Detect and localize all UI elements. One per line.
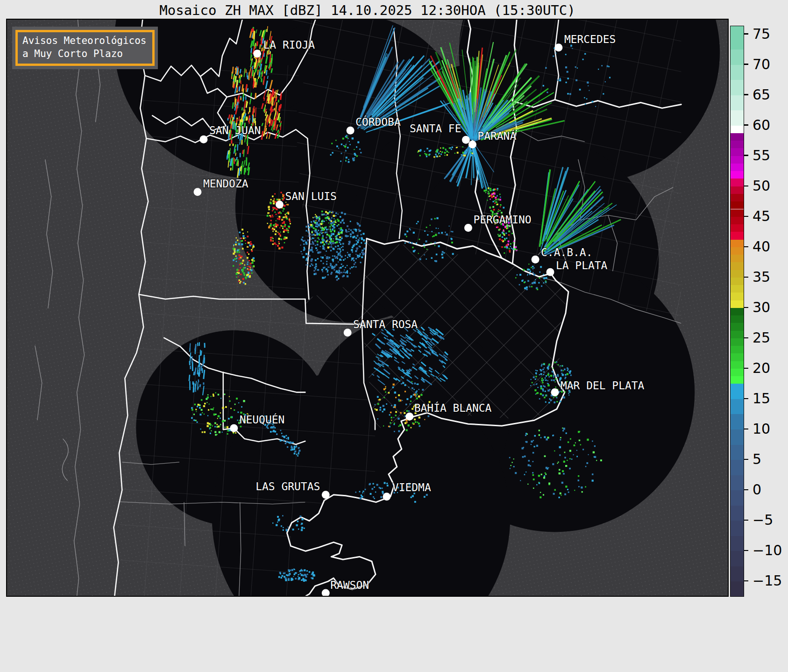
city-label: BAHÍA BLANCA bbox=[414, 401, 492, 414]
colorbar-segment bbox=[731, 300, 744, 308]
colorbar-segment bbox=[731, 445, 744, 460]
map-title: Mosaico ZH MAX [dBZ] 14.10.2025 12:30HOA… bbox=[6, 2, 729, 18]
city-dot bbox=[383, 493, 390, 500]
colorbar-segment bbox=[731, 361, 744, 369]
colorbar-tick-label: 10 bbox=[753, 421, 770, 437]
city-dot bbox=[551, 388, 559, 396]
colorbar-segment bbox=[731, 506, 744, 521]
city-dot bbox=[547, 268, 554, 276]
city-dot bbox=[322, 491, 330, 499]
colorbar-segment bbox=[731, 323, 744, 330]
city-label: CÓRDOBA bbox=[355, 115, 401, 128]
colorbar-segment bbox=[731, 399, 744, 415]
radar-map: LA RIOJAMERCEDESSAN JUANCÓRDOBASANTA FEP… bbox=[7, 20, 728, 596]
colorbar-segment bbox=[731, 293, 744, 300]
colorbar-tick-label: −15 bbox=[753, 572, 782, 589]
warning-badge-line2: a Muy Corto Plazo bbox=[22, 47, 147, 60]
city-label: MENDOZA bbox=[203, 178, 248, 190]
colorbar-segment bbox=[731, 315, 744, 323]
colorbar-segment bbox=[731, 521, 744, 536]
colorbar-tick-label: 50 bbox=[753, 178, 770, 194]
colorbar-segment bbox=[731, 376, 744, 384]
colorbar-segment bbox=[731, 26, 744, 50]
colorbar-tick-mark bbox=[744, 124, 748, 125]
city-label: SANTA FE bbox=[410, 122, 461, 135]
city-label: LA RIOJA bbox=[263, 39, 315, 51]
colorbar-segment bbox=[731, 581, 744, 597]
city-dot bbox=[230, 424, 238, 432]
colorbar-tick-label: 40 bbox=[753, 238, 770, 255]
colorbar-segment bbox=[731, 247, 744, 255]
city-label: C.A.B.A. bbox=[541, 246, 592, 258]
footer: Servicio Meteorológico Nacional Argentin… bbox=[0, 597, 788, 672]
city-dot bbox=[347, 127, 355, 135]
colorbar-segment bbox=[731, 255, 744, 262]
colorbar-tick-mark bbox=[744, 429, 748, 429]
warning-badge[interactable]: Avisos Meteorológicos a Muy Corto Plazo bbox=[12, 27, 158, 69]
colorbar-tick-mark bbox=[744, 33, 748, 34]
city-dot bbox=[276, 200, 284, 208]
colorbar-tick-label: 5 bbox=[753, 451, 761, 467]
colorbar-tick-label: 20 bbox=[753, 360, 770, 376]
colorbar-segment bbox=[731, 156, 744, 164]
colorbar-segment bbox=[731, 536, 744, 551]
colorbar-tick-label: 75 bbox=[753, 25, 770, 42]
colorbar-segment bbox=[731, 80, 744, 95]
colorbar-segment bbox=[731, 232, 744, 239]
colorbar-segment bbox=[731, 209, 744, 217]
colorbar-segment bbox=[731, 475, 744, 491]
colorbar-tick-mark bbox=[744, 550, 748, 551]
colorbar-tick-label: 55 bbox=[753, 147, 770, 163]
colorbar-tick-mark bbox=[744, 155, 748, 156]
colorbar-segment bbox=[731, 278, 744, 285]
colorbar-segment bbox=[731, 308, 744, 315]
city-label: PERGAMINO bbox=[473, 214, 531, 226]
city-dot bbox=[199, 136, 207, 143]
colorbar-segment bbox=[731, 429, 744, 445]
city-label: MERCEDES bbox=[564, 33, 616, 45]
colorbar-segment bbox=[731, 110, 744, 126]
colorbar-tick-mark bbox=[744, 398, 748, 399]
city-label: SAN LUIS bbox=[285, 190, 336, 202]
colorbar-segment bbox=[731, 338, 744, 346]
colorbar-segment bbox=[731, 566, 744, 582]
colorbar bbox=[730, 26, 744, 597]
city-dot bbox=[532, 256, 540, 264]
colorbar-segment bbox=[731, 224, 744, 232]
colorbar-segment bbox=[731, 240, 744, 247]
colorbar-tick-mark bbox=[744, 489, 748, 490]
colorbar-segment bbox=[731, 171, 744, 179]
colorbar-segment bbox=[731, 148, 744, 156]
city-label: LA PLATA bbox=[556, 259, 608, 272]
colorbar-segment bbox=[731, 179, 744, 186]
colorbar-tick-label: 35 bbox=[753, 269, 770, 285]
colorbar-segment bbox=[731, 346, 744, 353]
colorbar-segment bbox=[731, 331, 744, 338]
colorbar-segment bbox=[731, 95, 744, 111]
colorbar-tick-label: 45 bbox=[753, 208, 770, 224]
colorbar-segment bbox=[731, 551, 744, 566]
colorbar-tick-mark bbox=[744, 307, 748, 308]
colorbar-wrap: 757065605550454035302520151050−5−10−15 bbox=[730, 26, 744, 597]
colorbar-segment bbox=[731, 490, 744, 506]
city-label: SAN JUAN bbox=[209, 124, 261, 136]
radar-map-frame: LA RIOJAMERCEDESSAN JUANCÓRDOBASANTA FEP… bbox=[6, 19, 729, 597]
colorbar-tick-mark bbox=[744, 94, 748, 95]
colorbar-segment bbox=[731, 164, 744, 171]
city-label: RAWSON bbox=[330, 579, 369, 591]
city-dot bbox=[462, 136, 470, 144]
city-dot bbox=[193, 188, 201, 196]
colorbar-tick-mark bbox=[744, 368, 748, 369]
warning-badge-line1: Avisos Meteorológicos bbox=[22, 34, 147, 47]
colorbar-segment bbox=[731, 353, 744, 361]
colorbar-tick-label: 60 bbox=[753, 116, 770, 133]
city-label: VIEDMA bbox=[392, 481, 431, 493]
colorbar-segment bbox=[731, 270, 744, 278]
colorbar-segment bbox=[731, 369, 744, 376]
colorbar-tick-label: 25 bbox=[753, 329, 770, 346]
colorbar-segment bbox=[731, 50, 744, 65]
city-label: PARANÁ bbox=[477, 129, 516, 142]
colorbar-tick-mark bbox=[744, 459, 748, 460]
colorbar-segment bbox=[731, 285, 744, 293]
colorbar-segment bbox=[731, 126, 744, 133]
